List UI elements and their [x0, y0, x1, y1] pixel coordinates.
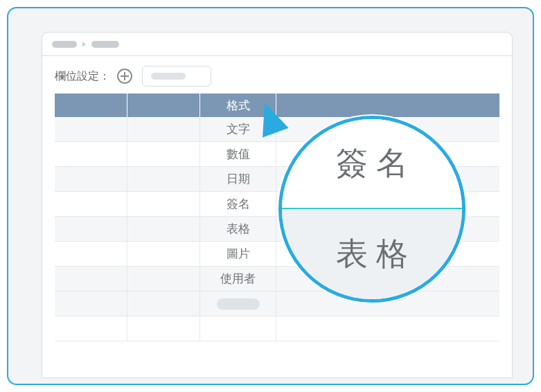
- url-segment: [52, 41, 77, 48]
- cell-format[interactable]: 數值: [200, 142, 276, 166]
- cell-format[interactable]: 簽名: [200, 192, 276, 216]
- cell: [200, 317, 276, 341]
- cell: [127, 167, 200, 191]
- cell: [127, 242, 200, 266]
- cell-action[interactable]: [200, 292, 276, 316]
- cell: [55, 267, 127, 291]
- cell: [55, 142, 127, 166]
- cell: [127, 317, 200, 341]
- cell: [55, 117, 127, 141]
- header-col-4: [276, 93, 499, 117]
- breadcrumb-chevron-icon: [82, 42, 86, 47]
- url-segment: [91, 41, 119, 48]
- header-col-1: [55, 93, 127, 117]
- action-pill: [217, 299, 260, 310]
- cell-format[interactable]: 表格: [200, 217, 276, 241]
- dropdown-select[interactable]: [142, 66, 211, 87]
- cell: [55, 292, 127, 316]
- cell: [127, 292, 200, 316]
- cell-format[interactable]: 使用者: [200, 267, 276, 291]
- add-icon[interactable]: [117, 69, 132, 84]
- cell: [276, 317, 499, 341]
- field-settings-label: 欄位設定：: [55, 69, 132, 84]
- cell: [55, 167, 127, 191]
- magnifier-callout: 簽名 表格: [278, 116, 465, 303]
- cell: [55, 242, 127, 266]
- header-col-2: [127, 93, 200, 117]
- field-settings-text: 欄位設定：: [55, 69, 110, 84]
- table-row: [55, 292, 499, 317]
- cell-format[interactable]: 圖片: [200, 242, 276, 266]
- cell: [55, 217, 127, 241]
- cell: [127, 117, 200, 141]
- cell: [127, 142, 200, 166]
- cell: [127, 192, 200, 216]
- cell: [55, 317, 127, 341]
- cell-format[interactable]: 日期: [200, 167, 276, 191]
- dropdown-placeholder: [151, 73, 186, 80]
- cell: [127, 267, 200, 291]
- app-frame: 欄位設定： 格式 文字數值日期簽名表格圖片使用者: [7, 7, 534, 385]
- browser-urlbar: [42, 33, 512, 56]
- table-row: [55, 317, 499, 341]
- cell: [127, 217, 200, 241]
- cell: [55, 192, 127, 216]
- toolbar: 欄位設定：: [42, 56, 512, 93]
